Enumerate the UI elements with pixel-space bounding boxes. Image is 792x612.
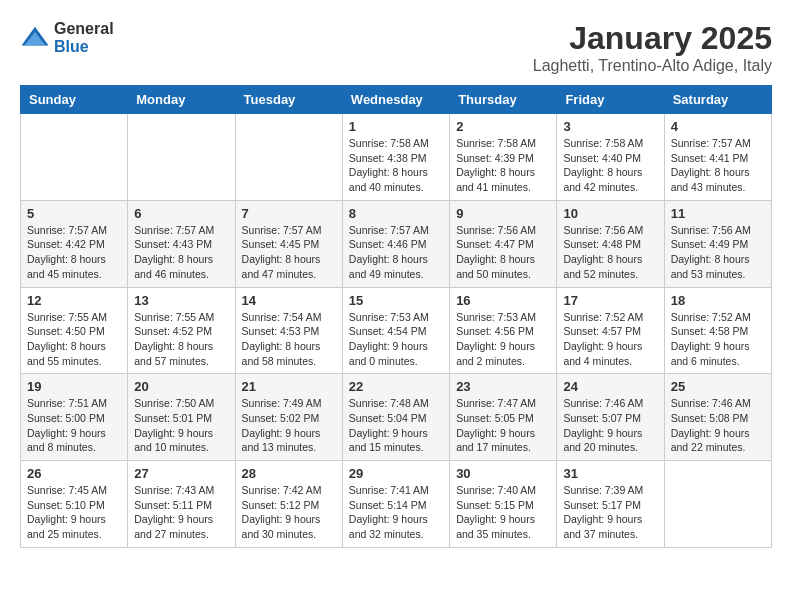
day-number: 9	[456, 206, 550, 221]
day-info: Sunrise: 7:55 AM Sunset: 4:52 PM Dayligh…	[134, 310, 228, 369]
calendar-day-cell: 12Sunrise: 7:55 AM Sunset: 4:50 PM Dayli…	[21, 287, 128, 374]
calendar-day-cell: 22Sunrise: 7:48 AM Sunset: 5:04 PM Dayli…	[342, 374, 449, 461]
month-title: January 2025	[533, 20, 772, 57]
day-number: 14	[242, 293, 336, 308]
day-info: Sunrise: 7:52 AM Sunset: 4:57 PM Dayligh…	[563, 310, 657, 369]
calendar-day-cell: 6Sunrise: 7:57 AM Sunset: 4:43 PM Daylig…	[128, 200, 235, 287]
day-number: 18	[671, 293, 765, 308]
calendar-day-cell: 18Sunrise: 7:52 AM Sunset: 4:58 PM Dayli…	[664, 287, 771, 374]
page-header: General Blue January 2025 Laghetti, Tren…	[20, 20, 772, 75]
calendar-day-cell	[128, 114, 235, 201]
calendar-day-cell: 13Sunrise: 7:55 AM Sunset: 4:52 PM Dayli…	[128, 287, 235, 374]
day-info: Sunrise: 7:57 AM Sunset: 4:41 PM Dayligh…	[671, 136, 765, 195]
day-of-week-header: Sunday	[21, 86, 128, 114]
day-info: Sunrise: 7:43 AM Sunset: 5:11 PM Dayligh…	[134, 483, 228, 542]
calendar-day-cell: 16Sunrise: 7:53 AM Sunset: 4:56 PM Dayli…	[450, 287, 557, 374]
calendar-week-row: 26Sunrise: 7:45 AM Sunset: 5:10 PM Dayli…	[21, 461, 772, 548]
calendar-day-cell: 30Sunrise: 7:40 AM Sunset: 5:15 PM Dayli…	[450, 461, 557, 548]
calendar-day-cell: 10Sunrise: 7:56 AM Sunset: 4:48 PM Dayli…	[557, 200, 664, 287]
day-number: 3	[563, 119, 657, 134]
calendar-day-cell: 4Sunrise: 7:57 AM Sunset: 4:41 PM Daylig…	[664, 114, 771, 201]
day-info: Sunrise: 7:48 AM Sunset: 5:04 PM Dayligh…	[349, 396, 443, 455]
day-number: 15	[349, 293, 443, 308]
day-info: Sunrise: 7:39 AM Sunset: 5:17 PM Dayligh…	[563, 483, 657, 542]
day-number: 17	[563, 293, 657, 308]
calendar-day-cell: 9Sunrise: 7:56 AM Sunset: 4:47 PM Daylig…	[450, 200, 557, 287]
day-info: Sunrise: 7:42 AM Sunset: 5:12 PM Dayligh…	[242, 483, 336, 542]
calendar-day-cell: 21Sunrise: 7:49 AM Sunset: 5:02 PM Dayli…	[235, 374, 342, 461]
day-number: 29	[349, 466, 443, 481]
day-info: Sunrise: 7:58 AM Sunset: 4:38 PM Dayligh…	[349, 136, 443, 195]
day-info: Sunrise: 7:51 AM Sunset: 5:00 PM Dayligh…	[27, 396, 121, 455]
day-number: 1	[349, 119, 443, 134]
day-info: Sunrise: 7:56 AM Sunset: 4:49 PM Dayligh…	[671, 223, 765, 282]
day-number: 27	[134, 466, 228, 481]
calendar-day-cell: 28Sunrise: 7:42 AM Sunset: 5:12 PM Dayli…	[235, 461, 342, 548]
day-number: 16	[456, 293, 550, 308]
calendar-header-row: SundayMondayTuesdayWednesdayThursdayFrid…	[21, 86, 772, 114]
day-info: Sunrise: 7:53 AM Sunset: 4:54 PM Dayligh…	[349, 310, 443, 369]
day-of-week-header: Friday	[557, 86, 664, 114]
day-number: 20	[134, 379, 228, 394]
calendar-day-cell	[21, 114, 128, 201]
day-of-week-header: Monday	[128, 86, 235, 114]
day-info: Sunrise: 7:52 AM Sunset: 4:58 PM Dayligh…	[671, 310, 765, 369]
calendar-week-row: 1Sunrise: 7:58 AM Sunset: 4:38 PM Daylig…	[21, 114, 772, 201]
day-number: 26	[27, 466, 121, 481]
day-number: 7	[242, 206, 336, 221]
day-number: 13	[134, 293, 228, 308]
day-info: Sunrise: 7:55 AM Sunset: 4:50 PM Dayligh…	[27, 310, 121, 369]
calendar-week-row: 12Sunrise: 7:55 AM Sunset: 4:50 PM Dayli…	[21, 287, 772, 374]
calendar-day-cell: 14Sunrise: 7:54 AM Sunset: 4:53 PM Dayli…	[235, 287, 342, 374]
day-number: 6	[134, 206, 228, 221]
day-info: Sunrise: 7:45 AM Sunset: 5:10 PM Dayligh…	[27, 483, 121, 542]
calendar-day-cell: 8Sunrise: 7:57 AM Sunset: 4:46 PM Daylig…	[342, 200, 449, 287]
calendar-day-cell: 19Sunrise: 7:51 AM Sunset: 5:00 PM Dayli…	[21, 374, 128, 461]
location-title: Laghetti, Trentino-Alto Adige, Italy	[533, 57, 772, 75]
day-info: Sunrise: 7:49 AM Sunset: 5:02 PM Dayligh…	[242, 396, 336, 455]
day-number: 12	[27, 293, 121, 308]
day-info: Sunrise: 7:57 AM Sunset: 4:42 PM Dayligh…	[27, 223, 121, 282]
day-number: 28	[242, 466, 336, 481]
calendar-day-cell: 5Sunrise: 7:57 AM Sunset: 4:42 PM Daylig…	[21, 200, 128, 287]
calendar-day-cell: 27Sunrise: 7:43 AM Sunset: 5:11 PM Dayli…	[128, 461, 235, 548]
day-info: Sunrise: 7:58 AM Sunset: 4:39 PM Dayligh…	[456, 136, 550, 195]
calendar-day-cell: 11Sunrise: 7:56 AM Sunset: 4:49 PM Dayli…	[664, 200, 771, 287]
day-number: 25	[671, 379, 765, 394]
calendar-day-cell: 23Sunrise: 7:47 AM Sunset: 5:05 PM Dayli…	[450, 374, 557, 461]
calendar-day-cell: 26Sunrise: 7:45 AM Sunset: 5:10 PM Dayli…	[21, 461, 128, 548]
calendar-day-cell: 25Sunrise: 7:46 AM Sunset: 5:08 PM Dayli…	[664, 374, 771, 461]
day-info: Sunrise: 7:57 AM Sunset: 4:45 PM Dayligh…	[242, 223, 336, 282]
logo-text: General Blue	[54, 20, 114, 55]
day-info: Sunrise: 7:56 AM Sunset: 4:47 PM Dayligh…	[456, 223, 550, 282]
day-info: Sunrise: 7:57 AM Sunset: 4:43 PM Dayligh…	[134, 223, 228, 282]
day-info: Sunrise: 7:54 AM Sunset: 4:53 PM Dayligh…	[242, 310, 336, 369]
calendar-day-cell: 17Sunrise: 7:52 AM Sunset: 4:57 PM Dayli…	[557, 287, 664, 374]
calendar-day-cell: 20Sunrise: 7:50 AM Sunset: 5:01 PM Dayli…	[128, 374, 235, 461]
calendar-day-cell: 7Sunrise: 7:57 AM Sunset: 4:45 PM Daylig…	[235, 200, 342, 287]
calendar-day-cell: 1Sunrise: 7:58 AM Sunset: 4:38 PM Daylig…	[342, 114, 449, 201]
logo-blue-text: Blue	[54, 38, 114, 56]
day-info: Sunrise: 7:47 AM Sunset: 5:05 PM Dayligh…	[456, 396, 550, 455]
logo: General Blue	[20, 20, 114, 55]
calendar-day-cell: 3Sunrise: 7:58 AM Sunset: 4:40 PM Daylig…	[557, 114, 664, 201]
day-number: 22	[349, 379, 443, 394]
calendar-day-cell	[235, 114, 342, 201]
day-of-week-header: Saturday	[664, 86, 771, 114]
day-info: Sunrise: 7:41 AM Sunset: 5:14 PM Dayligh…	[349, 483, 443, 542]
day-number: 4	[671, 119, 765, 134]
day-info: Sunrise: 7:57 AM Sunset: 4:46 PM Dayligh…	[349, 223, 443, 282]
day-info: Sunrise: 7:50 AM Sunset: 5:01 PM Dayligh…	[134, 396, 228, 455]
day-number: 23	[456, 379, 550, 394]
day-number: 11	[671, 206, 765, 221]
day-info: Sunrise: 7:40 AM Sunset: 5:15 PM Dayligh…	[456, 483, 550, 542]
calendar-day-cell: 24Sunrise: 7:46 AM Sunset: 5:07 PM Dayli…	[557, 374, 664, 461]
day-number: 19	[27, 379, 121, 394]
logo-general-text: General	[54, 20, 114, 38]
day-of-week-header: Tuesday	[235, 86, 342, 114]
day-of-week-header: Wednesday	[342, 86, 449, 114]
calendar-day-cell: 29Sunrise: 7:41 AM Sunset: 5:14 PM Dayli…	[342, 461, 449, 548]
day-number: 30	[456, 466, 550, 481]
day-info: Sunrise: 7:58 AM Sunset: 4:40 PM Dayligh…	[563, 136, 657, 195]
day-info: Sunrise: 7:46 AM Sunset: 5:07 PM Dayligh…	[563, 396, 657, 455]
